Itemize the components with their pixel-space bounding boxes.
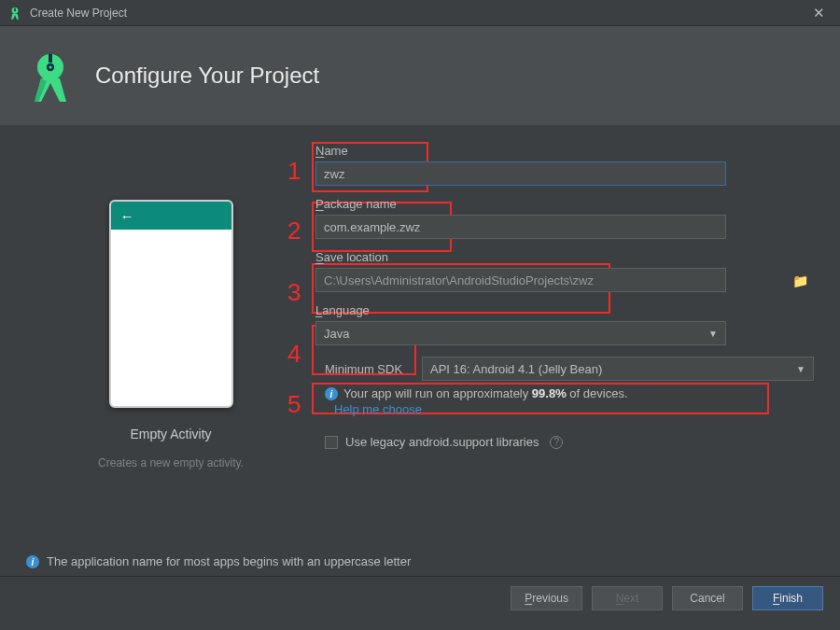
- titlebar: Create New Project ✕: [0, 0, 840, 26]
- previous-button[interactable]: Previous: [511, 586, 582, 610]
- template-preview-column: ← Empty Activity Creates a new empty act…: [26, 144, 315, 469]
- min-sdk-block: Minimum SDK API 16: Android 4.1 (Jelly B…: [315, 357, 814, 416]
- location-field-block: Save location 📁: [315, 250, 814, 292]
- next-button: Next: [592, 586, 663, 610]
- info-icon: i: [26, 555, 39, 568]
- name-field-block: Name: [315, 144, 814, 186]
- min-sdk-dropdown[interactable]: API 16: Android 4.1 (Jelly Bean) ▼: [422, 357, 814, 381]
- name-label: Name: [315, 144, 814, 158]
- annotation-number-3: 3: [287, 278, 301, 307]
- window-title: Create New Project: [30, 7, 805, 20]
- annotation-number-5: 5: [287, 390, 301, 419]
- phone-appbar: ←: [111, 202, 231, 230]
- legacy-checkbox[interactable]: [325, 436, 338, 449]
- back-arrow-icon: ←: [120, 208, 134, 224]
- legacy-label: Use legacy android.support libraries: [345, 435, 539, 449]
- help-me-choose-link[interactable]: Help me choose: [334, 402, 814, 416]
- android-studio-logo-icon: [22, 48, 78, 104]
- sdk-info-text: Your app will run on approximately 99.8%…: [343, 386, 628, 400]
- content-area: ← Empty Activity Creates a new empty act…: [0, 125, 840, 576]
- package-input[interactable]: [315, 215, 726, 239]
- finish-button[interactable]: Finish: [752, 586, 823, 610]
- template-description: Creates a new empty activity.: [98, 456, 244, 469]
- dialog-footer: Previous Next Cancel Finish: [0, 576, 840, 619]
- min-sdk-label: Minimum SDK: [315, 362, 411, 376]
- location-input[interactable]: [315, 268, 726, 292]
- package-field-block: Package name: [315, 197, 814, 239]
- chevron-down-icon: ▼: [708, 329, 718, 339]
- svg-point-6: [49, 65, 51, 68]
- language-field-block: Language Java ▼: [315, 303, 814, 345]
- sdk-info-line: i Your app will run on approximately 99.…: [325, 386, 814, 400]
- android-studio-icon: [7, 6, 22, 21]
- browse-folder-icon[interactable]: 📁: [792, 273, 808, 288]
- phone-preview: ←: [109, 200, 233, 408]
- info-icon: i: [325, 387, 338, 400]
- language-label: Language: [315, 303, 814, 317]
- name-input[interactable]: [315, 161, 726, 186]
- svg-rect-4: [49, 54, 52, 63]
- min-sdk-value: API 16: Android 4.1 (Jelly Bean): [430, 362, 602, 376]
- package-label: Package name: [315, 197, 814, 211]
- form-column: 1 2 3 4 5 Name Package name Save: [315, 144, 814, 469]
- validation-hint: i The application name for most apps beg…: [26, 554, 411, 568]
- template-name: Empty Activity: [130, 427, 211, 441]
- cancel-button[interactable]: Cancel: [672, 586, 743, 610]
- dialog-header: Configure Your Project: [0, 26, 840, 125]
- language-dropdown[interactable]: Java ▼: [315, 321, 726, 345]
- help-icon[interactable]: ?: [550, 436, 563, 449]
- hint-text: The application name for most apps begin…: [47, 554, 411, 568]
- annotation-number-4: 4: [287, 340, 301, 369]
- annotation-number-2: 2: [287, 217, 301, 245]
- close-icon[interactable]: ✕: [805, 5, 833, 21]
- legacy-support-row: Use legacy android.support libraries ?: [325, 435, 814, 449]
- location-label: Save location: [315, 250, 814, 264]
- page-title: Configure Your Project: [95, 63, 319, 89]
- chevron-down-icon: ▼: [796, 364, 805, 374]
- svg-point-2: [14, 9, 16, 11]
- annotation-number-1: 1: [287, 157, 301, 186]
- language-value: Java: [324, 327, 349, 341]
